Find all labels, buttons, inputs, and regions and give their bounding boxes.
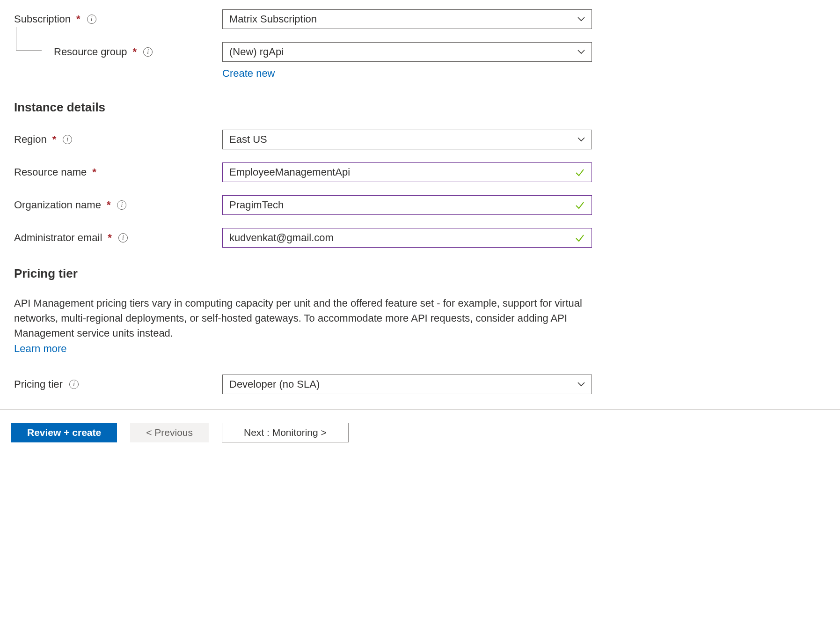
region-value: East US bbox=[229, 133, 577, 146]
pricing-description: API Management pricing tiers vary in com… bbox=[14, 296, 583, 341]
create-new-link[interactable]: Create new bbox=[222, 67, 275, 79]
required-indicator: * bbox=[108, 232, 112, 244]
subscription-dropdown[interactable]: Matrix Subscription bbox=[222, 9, 592, 29]
check-icon bbox=[575, 200, 585, 210]
next-button[interactable]: Next : Monitoring > bbox=[222, 423, 349, 442]
footer-bar: Review + create < Previous Next : Monito… bbox=[0, 409, 840, 451]
pricing-tier-heading: Pricing tier bbox=[14, 266, 826, 281]
region-dropdown[interactable]: East US bbox=[222, 130, 592, 149]
chevron-down-icon bbox=[577, 17, 585, 22]
organization-name-field[interactable] bbox=[229, 199, 575, 211]
resource-group-label: Resource group bbox=[54, 46, 127, 58]
subscription-label: Subscription bbox=[14, 13, 71, 25]
review-create-button[interactable]: Review + create bbox=[11, 423, 117, 442]
resource-name-input[interactable] bbox=[222, 162, 592, 182]
chevron-down-icon bbox=[577, 137, 585, 142]
required-indicator: * bbox=[92, 166, 96, 178]
region-label: Region bbox=[14, 133, 47, 146]
required-indicator: * bbox=[52, 133, 57, 146]
required-indicator: * bbox=[107, 199, 111, 211]
organization-name-label: Organization name bbox=[14, 199, 101, 211]
info-icon[interactable]: i bbox=[118, 233, 128, 243]
resource-group-dropdown[interactable]: (New) rgApi bbox=[222, 42, 592, 62]
info-icon[interactable]: i bbox=[87, 15, 96, 24]
subscription-value: Matrix Subscription bbox=[229, 13, 577, 25]
administrator-email-label: Administrator email bbox=[14, 232, 102, 244]
instance-details-heading: Instance details bbox=[14, 100, 826, 115]
resource-group-value: (New) rgApi bbox=[229, 46, 577, 58]
chevron-down-icon bbox=[577, 382, 585, 387]
chevron-down-icon bbox=[577, 50, 585, 54]
check-icon bbox=[575, 233, 585, 243]
info-icon[interactable]: i bbox=[143, 47, 153, 57]
required-indicator: * bbox=[76, 13, 80, 25]
administrator-email-input[interactable] bbox=[222, 228, 592, 248]
pricing-tier-dropdown[interactable]: Developer (no SLA) bbox=[222, 375, 592, 394]
info-icon[interactable]: i bbox=[63, 135, 72, 144]
info-icon[interactable]: i bbox=[117, 200, 126, 210]
organization-name-input[interactable] bbox=[222, 195, 592, 215]
required-indicator: * bbox=[133, 46, 137, 58]
pricing-tier-label: Pricing tier bbox=[14, 378, 63, 390]
tree-connector bbox=[16, 27, 42, 51]
resource-name-label: Resource name bbox=[14, 166, 87, 178]
resource-name-field[interactable] bbox=[229, 166, 575, 178]
pricing-tier-value: Developer (no SLA) bbox=[229, 378, 577, 390]
learn-more-link[interactable]: Learn more bbox=[14, 343, 67, 354]
previous-button[interactable]: < Previous bbox=[130, 423, 209, 442]
info-icon[interactable]: i bbox=[69, 380, 79, 389]
check-icon bbox=[575, 167, 585, 177]
administrator-email-field[interactable] bbox=[229, 232, 575, 244]
